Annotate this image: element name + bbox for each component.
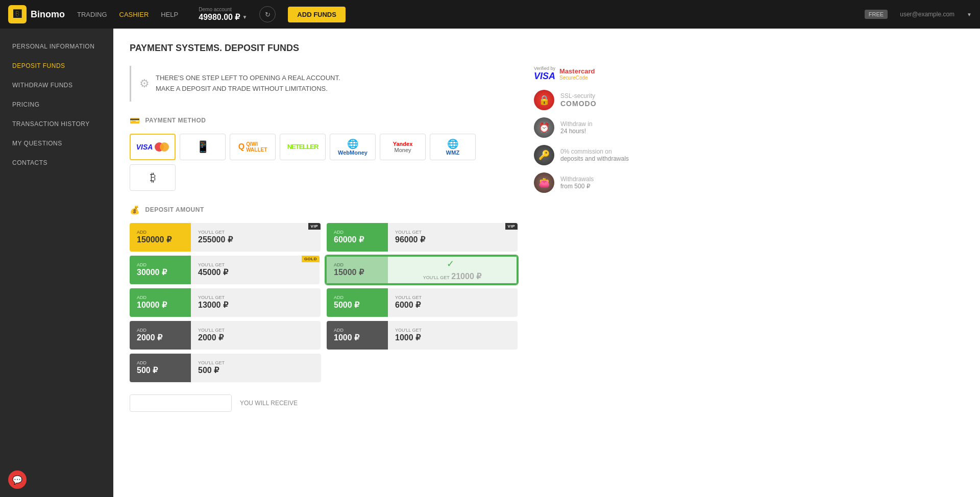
deposit-amounts-list: ADD 150000 ₽ YOU'LL GET 255000 ₽ VIP ADD…: [130, 223, 518, 382]
security-item-withdrawals-min: 👛 Withdrawals from 500 ₽: [534, 172, 677, 193]
promo-icon: ⚙: [139, 77, 150, 90]
sidebar-item-withdraw-funds[interactable]: WITHDRAW FUNDS: [0, 76, 113, 95]
payment-card-qiwi[interactable]: Q QIWIWALLET: [230, 134, 276, 160]
page-title: PAYMENT SYSTEMS. DEPOSIT FUNDS: [130, 43, 964, 54]
payment-method-section-header: 💳 PAYMENT METHOD: [130, 116, 518, 126]
deposit-option-30000[interactable]: ADD 30000 ₽ YOU'LL GET 45000 ₽ GOLD: [130, 256, 320, 284]
deposit-row-2: ADD 30000 ₽ YOU'LL GET 45000 ₽ GOLD ADD …: [130, 256, 518, 284]
payment-card-webmoney[interactable]: 🌐 WebMoney: [330, 134, 376, 160]
deposit-row-1: ADD 150000 ₽ YOU'LL GET 255000 ₽ VIP ADD…: [130, 223, 518, 252]
promo-banner: ⚙ THERE'S ONE STEP LEFT TO OPENING A REA…: [130, 66, 518, 102]
deposit-option-1000[interactable]: ADD 1000 ₽ YOU'LL GET 1000 ₽: [327, 321, 518, 350]
payment-section-icon: 💳: [130, 116, 140, 126]
wallet-icon: 👛: [538, 177, 550, 188]
right-column: Verified by VISA Mastercard SecureCode 🔒…: [534, 66, 677, 412]
deposit-option-15000[interactable]: ADD 15000 ₽ ✓ YOU'LL GET 21000 ₽: [326, 256, 518, 284]
deposit-option-10000[interactable]: ADD 10000 ₽ YOU'LL GET 13000 ₽: [130, 288, 321, 317]
deposit-row-3: ADD 10000 ₽ YOU'LL GET 13000 ₽ ADD 5000 …: [130, 288, 518, 317]
visa-logo: VISA: [534, 71, 555, 82]
payment-methods-list: VISA 📱 Q QIWIWALLET: [130, 134, 518, 191]
deposit-option-60000[interactable]: ADD 60000 ₽ YOU'LL GET 96000 ₽ VIP: [327, 223, 518, 252]
payment-card-visa-mc[interactable]: VISA: [130, 134, 176, 160]
sidebar-item-my-questions[interactable]: MY QUESTIONS: [0, 134, 113, 153]
add-funds-button[interactable]: ADD FUNDS: [288, 7, 346, 22]
receive-row: YOU WILL RECEIVE: [130, 394, 518, 412]
security-item-ssl: 🔒 SSL-security COMODO: [534, 90, 677, 110]
receive-input[interactable]: [130, 394, 232, 412]
security-item-withdraw: ⏰ Withdraw in 24 hours!: [534, 117, 677, 138]
logo-icon: 🅱: [8, 5, 27, 23]
account-section: Demo account 49980.00 ₽ ▼: [199, 7, 247, 22]
topnav: 🅱 Binomo TRADING CASHIER HELP Demo accou…: [0, 0, 980, 29]
mastercard-label: Mastercard: [559, 67, 595, 75]
securecode-label: SecureCode: [559, 75, 595, 81]
clock-icon: ⏰: [538, 122, 550, 133]
deposit-option-2000[interactable]: ADD 2000 ₽ YOU'LL GET 2000 ₽: [130, 321, 321, 350]
payment-card-crypto[interactable]: ₿: [130, 164, 176, 191]
sidebar-item-pricing[interactable]: PRICING: [0, 95, 113, 114]
account-balance: 49980.00 ₽: [199, 12, 240, 22]
nav-help[interactable]: HELP: [161, 11, 178, 18]
ssl-icon: 🔒: [538, 94, 550, 106]
gold-badge: GOLD: [302, 256, 320, 262]
deposit-row-5: ADD 500 ₽ YOU'LL GET 500 ₽: [130, 354, 518, 382]
deposit-row-4: ADD 2000 ₽ YOU'LL GET 2000 ₽ ADD 1000 ₽: [130, 321, 518, 350]
vip-badge-2: VIP: [505, 223, 518, 230]
receive-label: YOU WILL RECEIVE: [240, 400, 298, 407]
main-content: PAYMENT SYSTEMS. DEPOSIT FUNDS ⚙ THERE'S…: [113, 29, 980, 497]
mastercard-icon: [155, 142, 169, 152]
balance-dropdown-arrow[interactable]: ▼: [242, 14, 247, 20]
left-column: ⚙ THERE'S ONE STEP LEFT TO OPENING A REA…: [130, 66, 518, 412]
payment-card-neteller[interactable]: NETELLER: [280, 134, 326, 160]
sidebar-item-deposit-funds[interactable]: DEPOSIT FUNDS: [0, 56, 113, 76]
promo-text: THERE'S ONE STEP LEFT TO OPENING A REAL …: [156, 73, 340, 94]
security-item-commission: 🔑 0% commission on deposits and withdraw…: [534, 145, 677, 165]
nav-cashier[interactable]: CASHIER: [119, 11, 149, 18]
payment-card-wmz[interactable]: 🌐 WMZ: [430, 134, 476, 160]
free-badge: FREE: [865, 10, 888, 19]
deposit-amount-section-header: 💰 DEPOSIT AMOUNT: [130, 205, 518, 215]
vip-badge: VIP: [308, 223, 321, 230]
deposit-option-500[interactable]: ADD 500 ₽ YOU'LL GET 500 ₽: [130, 354, 321, 382]
account-label: Demo account: [199, 7, 247, 12]
sidebar: PERSONAL INFORMATION DEPOSIT FUNDS WITHD…: [0, 29, 113, 497]
payment-card-phone[interactable]: 📱: [180, 134, 226, 160]
nav-trading[interactable]: TRADING: [77, 11, 107, 18]
user-dropdown-arrow[interactable]: ▼: [967, 12, 972, 17]
refresh-button[interactable]: ↻: [259, 6, 276, 22]
deposit-section-icon: 💰: [130, 205, 140, 215]
sidebar-item-transaction-history[interactable]: TRANSACTION HISTORY: [0, 114, 113, 134]
deposit-option-5000[interactable]: ADD 5000 ₽ YOU'LL GET 6000 ₽: [327, 288, 518, 317]
deposit-option-150000[interactable]: ADD 150000 ₽ YOU'LL GET 255000 ₽ VIP: [130, 223, 321, 252]
chat-button[interactable]: 💬: [8, 470, 27, 489]
payment-card-yandex[interactable]: Yandex Money: [380, 134, 426, 160]
logo-text: Binomo: [31, 9, 65, 20]
key-icon: 🔑: [538, 150, 550, 161]
user-email: user@example.com: [900, 11, 954, 18]
visa-mc-verified: Verified by VISA Mastercard SecureCode: [534, 66, 677, 82]
sidebar-item-personal-information[interactable]: PERSONAL INFORMATION: [0, 37, 113, 56]
two-col-layout: ⚙ THERE'S ONE STEP LEFT TO OPENING A REA…: [130, 66, 964, 412]
logo[interactable]: 🅱 Binomo: [8, 5, 65, 23]
sidebar-item-contacts[interactable]: CONTACTS: [0, 153, 113, 172]
